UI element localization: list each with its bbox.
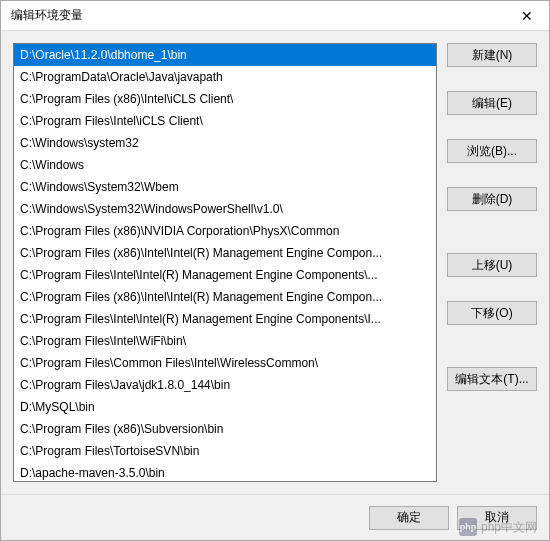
titlebar: 编辑环境变量 ✕ <box>1 1 549 31</box>
list-item[interactable]: C:\Program Files (x86)\Intel\iCLS Client… <box>14 88 436 110</box>
moveup-button[interactable]: 上移(U) <box>447 253 537 277</box>
spacer <box>447 331 537 343</box>
movedown-button[interactable]: 下移(O) <box>447 301 537 325</box>
edittext-button[interactable]: 编辑文本(T)... <box>447 367 537 391</box>
list-item[interactable]: C:\Program Files (x86)\Intel\Intel(R) Ma… <box>14 242 436 264</box>
spacer <box>447 169 537 181</box>
spacer <box>447 235 537 247</box>
close-button[interactable]: ✕ <box>504 1 549 31</box>
list-item[interactable]: C:\Program Files\Common Files\Intel\Wire… <box>14 352 436 374</box>
dialog-window: 编辑环境变量 ✕ D:\Oracle\11.2.0\dbhome_1\binC:… <box>0 0 550 541</box>
list-item[interactable]: C:\Windows\System32\Wbem <box>14 176 436 198</box>
side-buttons: 新建(N) 编辑(E) 浏览(B)... 删除(D) 上移(U) 下移(O) 编… <box>447 43 537 482</box>
new-button[interactable]: 新建(N) <box>447 43 537 67</box>
browse-button[interactable]: 浏览(B)... <box>447 139 537 163</box>
path-listbox[interactable]: D:\Oracle\11.2.0\dbhome_1\binC:\ProgramD… <box>13 43 437 482</box>
list-item[interactable]: C:\ProgramData\Oracle\Java\javapath <box>14 66 436 88</box>
list-item[interactable]: C:\Program Files\Intel\iCLS Client\ <box>14 110 436 132</box>
window-title: 编辑环境变量 <box>11 7 83 24</box>
list-item[interactable]: C:\Program Files\TortoiseSVN\bin <box>14 440 436 462</box>
list-item[interactable]: D:\Oracle\11.2.0\dbhome_1\bin <box>14 44 436 66</box>
list-item[interactable]: C:\Windows\System32\WindowsPowerShell\v1… <box>14 198 436 220</box>
list-item[interactable]: C:\Program Files\Intel\WiFi\bin\ <box>14 330 436 352</box>
spacer <box>447 217 537 229</box>
close-icon: ✕ <box>521 8 533 24</box>
edit-button[interactable]: 编辑(E) <box>447 91 537 115</box>
ok-button[interactable]: 确定 <box>369 506 449 530</box>
list-item[interactable]: C:\Program Files\Intel\Intel(R) Manageme… <box>14 308 436 330</box>
cancel-button[interactable]: 取消 <box>457 506 537 530</box>
list-item[interactable]: C:\Program Files\Intel\Intel(R) Manageme… <box>14 264 436 286</box>
spacer <box>447 121 537 133</box>
content-area: D:\Oracle\11.2.0\dbhome_1\binC:\ProgramD… <box>1 31 549 494</box>
list-item[interactable]: D:\apache-maven-3.5.0\bin <box>14 462 436 482</box>
spacer <box>447 349 537 361</box>
list-item[interactable]: C:\Program Files (x86)\NVIDIA Corporatio… <box>14 220 436 242</box>
list-item[interactable]: D:\MySQL\bin <box>14 396 436 418</box>
list-item[interactable]: C:\Program Files (x86)\Intel\Intel(R) Ma… <box>14 286 436 308</box>
spacer <box>447 73 537 85</box>
list-item[interactable]: C:\Windows\system32 <box>14 132 436 154</box>
list-item[interactable]: C:\Windows <box>14 154 436 176</box>
list-item[interactable]: C:\Program Files\Java\jdk1.8.0_144\bin <box>14 374 436 396</box>
spacer <box>447 283 537 295</box>
footer: 确定 取消 php php中文网 <box>1 494 549 540</box>
delete-button[interactable]: 删除(D) <box>447 187 537 211</box>
list-item[interactable]: C:\Program Files (x86)\Subversion\bin <box>14 418 436 440</box>
